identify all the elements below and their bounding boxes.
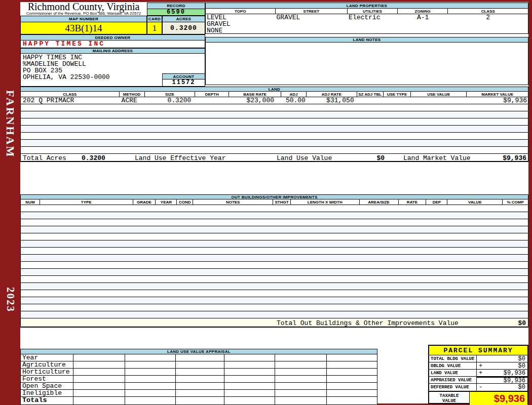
map-number-value: 43B(1)14 xyxy=(20,22,147,34)
parcel-row-value: $9,936 xyxy=(504,370,525,377)
appraisal-row-label: Totals xyxy=(21,397,73,405)
land-market-value: $9,936 xyxy=(503,154,526,162)
parcel-row-label: DEFERRED VALUE xyxy=(429,384,477,391)
out-buildings-total-value: $0 xyxy=(518,319,526,327)
parcel-row-sign: + xyxy=(479,370,482,377)
appraisal-cell xyxy=(125,369,176,376)
parcel-summary-row: DEFERRED VALUE-$0 xyxy=(429,384,527,391)
out-buildings-empty-row xyxy=(21,255,528,262)
appraisal-cell xyxy=(327,383,377,390)
land-properties-values: LEVELGRAVELElectricA-12GRAVELNONE xyxy=(205,14,528,34)
land-empty-row xyxy=(21,140,528,147)
out-buildings-empty-row xyxy=(21,269,528,276)
appraisal-cell xyxy=(176,354,225,361)
appraisal-cell xyxy=(327,397,377,405)
land-use-value: $0 xyxy=(376,154,385,162)
land-properties-value xyxy=(348,21,398,27)
land-empty-row xyxy=(21,126,528,133)
land-col-header-8: USE TYPE xyxy=(384,92,411,97)
land-empty-row xyxy=(21,147,528,154)
parcel-summary-row: LAND VALUE+$9,936 xyxy=(429,370,527,377)
parcel-row-sign: - xyxy=(479,384,482,391)
appraisal-row-label: Ineligible xyxy=(21,390,73,397)
appraisal-cell xyxy=(125,390,176,397)
land-col-header-9: USE VALUE xyxy=(411,92,467,97)
appraisal-cell xyxy=(275,376,327,383)
out-buildings-col-header-1: TYPE xyxy=(40,199,133,205)
out-buildings-empty-row xyxy=(21,290,528,297)
appraisal-cell xyxy=(275,397,327,405)
taxable-value-label: TAXABLE VALUE xyxy=(436,393,463,403)
appraisal-row-label: Agriculture xyxy=(21,361,73,369)
appraisal-cell xyxy=(176,390,225,397)
appraisal-row-label: Year xyxy=(21,354,73,361)
appraisal-table: YearAgricultureHorticultureForestOpen Sp… xyxy=(20,354,377,405)
out-buildings-total-label: Total Out Buildings & Other Improvements… xyxy=(277,319,459,327)
appraisal-row-label: Forest xyxy=(21,376,73,383)
appraisal-cell xyxy=(125,376,176,383)
appraisal-cell xyxy=(176,369,225,376)
parcel-row-value-cell: -$0 xyxy=(477,384,527,391)
appraisal-cell xyxy=(327,369,377,376)
appraisal-cell xyxy=(275,383,327,390)
land-properties-value: 2 xyxy=(448,14,528,21)
appraisal-cell xyxy=(125,354,176,361)
taxable-label-cell: TAXABLE VALUE xyxy=(429,392,470,405)
parcel-row-label: OBLDG VALUE xyxy=(429,362,477,369)
parcel-row-value-cell: +$0 xyxy=(477,362,527,369)
parcel-summary-row: APPRAISED VALUE$9,936 xyxy=(429,377,527,384)
sidebar-district-label: FARNHAM xyxy=(0,89,20,159)
record-value: 6590 xyxy=(147,9,205,16)
land-properties-value xyxy=(276,27,348,34)
land-data-cell: 50.00 xyxy=(281,97,307,104)
appraisal-cell xyxy=(327,361,377,369)
land-notes-title: LAND NOTES xyxy=(205,37,528,43)
out-buildings-col-header-11: VALUE xyxy=(447,199,503,205)
county-header: Richmond County, Virginia Commissioner o… xyxy=(20,2,147,16)
out-buildings-empty-row xyxy=(21,248,528,255)
appraisal-cell xyxy=(224,354,275,361)
appraisal-row: Horticulture xyxy=(21,369,377,376)
land-col-header-7: SZ ADJ TBL xyxy=(357,92,384,97)
out-buildings-empty-row xyxy=(21,262,528,269)
appraisal-cell xyxy=(275,361,327,369)
out-buildings-empty-row xyxy=(21,297,528,304)
appraisal-cell xyxy=(224,376,275,383)
parcel-row-label: APPRAISED VALUE xyxy=(429,377,477,383)
land-data-cell: ACRE xyxy=(120,97,145,104)
land-col-header-2: SIZE xyxy=(145,92,196,97)
parcel-summary-row: TOTAL BLDG VALUE$0 xyxy=(429,355,527,362)
parcel-summary-rows: TOTAL BLDG VALUE$0OBLDG VALUE+$0LAND VAL… xyxy=(429,355,527,391)
parcel-row-value: $9,936 xyxy=(504,377,525,384)
appraisal-cell xyxy=(275,369,327,376)
parcel-row-sign: + xyxy=(479,362,482,370)
appraisal-row: Agriculture xyxy=(21,361,377,369)
out-buildings-col-header-8: AREA/SIZE xyxy=(360,199,399,205)
land-col-header-6: ADJ RATE xyxy=(307,92,357,97)
property-record-card: FARNHAM 2023 Richmond County, Virginia C… xyxy=(0,0,532,405)
appraisal-cell xyxy=(224,369,275,376)
land-properties-value xyxy=(448,27,528,34)
out-buildings-empty-row xyxy=(21,219,528,226)
appraisal-cell xyxy=(224,397,275,405)
acres-header: ACRES xyxy=(162,16,205,22)
appraisal-row: Ineligible xyxy=(21,390,377,397)
land-data-cell: $9,936 xyxy=(467,97,528,104)
appraisal-row: Totals xyxy=(21,397,377,405)
out-buildings-empty-row xyxy=(21,205,528,212)
land-totals-row: Total Acres 0.3200 Land Use Effective Ye… xyxy=(20,154,528,162)
appraisal-row-label: Horticulture xyxy=(21,369,73,376)
land-properties-col-header-1: STREET xyxy=(276,9,348,14)
out-buildings-empty-row xyxy=(21,283,528,290)
out-buildings-empty-row xyxy=(21,212,528,219)
appraisal-cell xyxy=(73,397,125,405)
appraisal-row-label: Open Space xyxy=(21,383,73,390)
parcel-row-value: $0 xyxy=(518,355,525,362)
out-buildings-col-header-9: RATE xyxy=(399,199,427,205)
land-empty-rows xyxy=(20,104,528,154)
land-use-value-label: Land Use Value xyxy=(277,154,332,162)
land-empty-row xyxy=(21,104,528,111)
out-buildings-rows xyxy=(20,205,528,318)
land-properties-row: LEVELGRAVELElectricA-12 xyxy=(206,14,528,21)
appraisal-cell xyxy=(73,369,125,376)
